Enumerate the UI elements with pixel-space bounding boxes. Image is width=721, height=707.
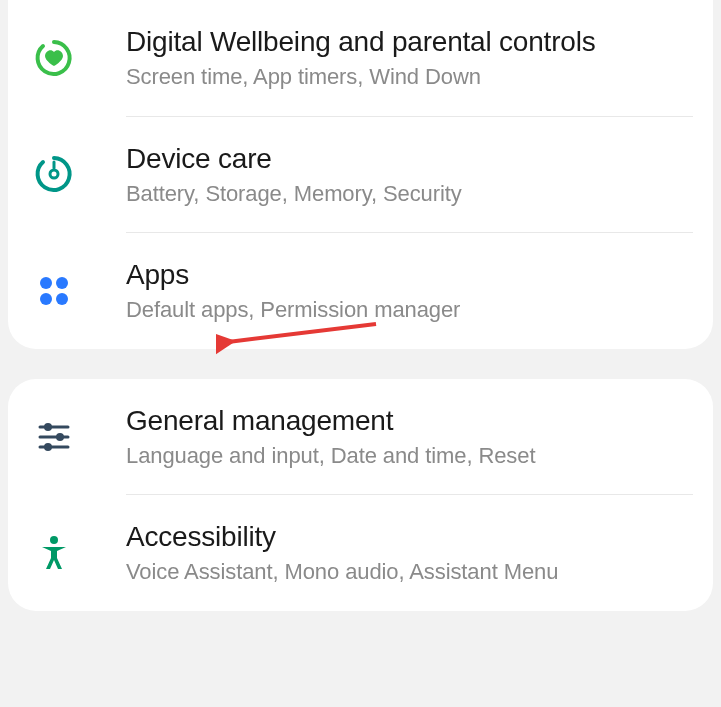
settings-item-subtitle: Screen time, App timers, Wind Down	[126, 63, 693, 92]
settings-item-general-management[interactable]: General management Language and input, D…	[8, 379, 713, 495]
settings-group-2: General management Language and input, D…	[8, 379, 713, 611]
settings-item-title: Device care	[126, 141, 693, 176]
sliders-icon	[32, 415, 76, 459]
svg-point-11	[44, 443, 52, 451]
svg-point-5	[56, 293, 68, 305]
accessibility-icon	[32, 531, 76, 575]
settings-item-digital-wellbeing[interactable]: Digital Wellbeing and parental controls …	[8, 0, 713, 116]
svg-point-4	[40, 293, 52, 305]
settings-item-subtitle: Language and input, Date and time, Reset	[126, 442, 693, 471]
apps-icon	[32, 269, 76, 313]
settings-item-title: Digital Wellbeing and parental controls	[126, 24, 693, 59]
settings-item-subtitle: Battery, Storage, Memory, Security	[126, 180, 693, 209]
svg-point-9	[44, 423, 52, 431]
settings-item-apps[interactable]: Apps Default apps, Permission manager	[8, 233, 713, 349]
settings-item-title: General management	[126, 403, 693, 438]
wellbeing-icon	[32, 36, 76, 80]
settings-item-title: Accessibility	[126, 519, 693, 554]
settings-item-subtitle: Default apps, Permission manager	[126, 296, 693, 325]
settings-item-device-care[interactable]: Device care Battery, Storage, Memory, Se…	[8, 117, 713, 233]
settings-item-subtitle: Voice Assistant, Mono audio, Assistant M…	[126, 558, 693, 587]
svg-point-3	[56, 277, 68, 289]
settings-item-accessibility[interactable]: Accessibility Voice Assistant, Mono audi…	[8, 495, 713, 611]
svg-point-0	[50, 170, 58, 178]
svg-point-2	[40, 277, 52, 289]
svg-point-10	[56, 433, 64, 441]
device-care-icon	[32, 152, 76, 196]
settings-item-title: Apps	[126, 257, 693, 292]
settings-group-1: Digital Wellbeing and parental controls …	[8, 0, 713, 349]
svg-point-12	[50, 536, 58, 544]
